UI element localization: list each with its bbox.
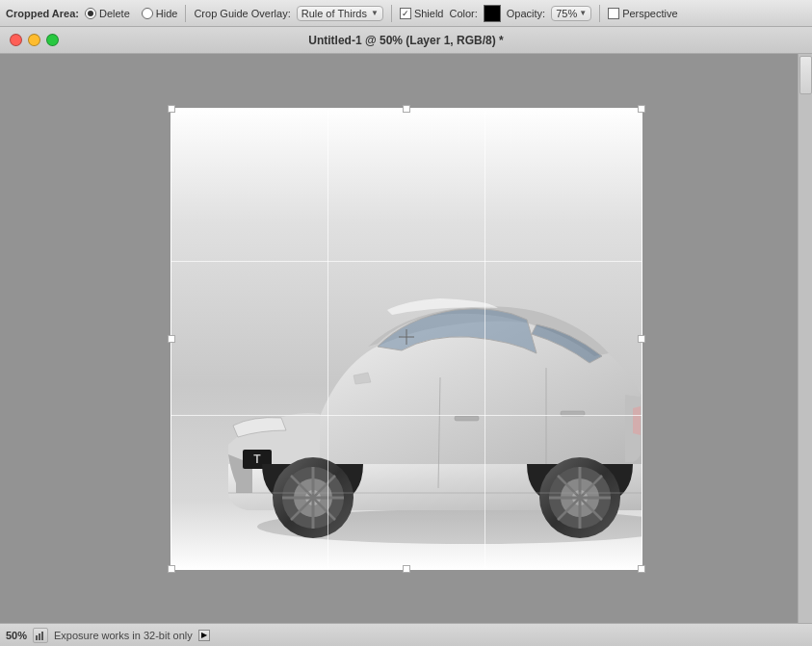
- toolbar: Cropped Area: Delete Hide Crop Guide Ove…: [0, 0, 812, 27]
- right-scrollbar[interactable]: [798, 54, 812, 623]
- statusbar: 50% Exposure works in 32-bit only ▶: [0, 623, 812, 646]
- opacity-value: 75%: [556, 8, 577, 19]
- hide-radio-circle: [142, 8, 153, 19]
- svg-rect-29: [41, 632, 43, 640]
- close-button[interactable]: [10, 34, 22, 46]
- window-title: Untitled-1 @ 50% (Layer 1, RGB/8) *: [308, 34, 503, 47]
- histogram-icon[interactable]: [33, 628, 48, 643]
- opacity-dropdown[interactable]: 75% ▼: [551, 6, 591, 21]
- scroll-thumb[interactable]: [799, 56, 812, 94]
- cropped-area-label: Cropped Area:: [6, 8, 79, 19]
- perspective-checkbox-box: [608, 8, 619, 19]
- color-label: Color:: [449, 8, 477, 19]
- minimize-button[interactable]: [28, 34, 40, 46]
- crop-guide-arrow-icon: ▼: [371, 9, 379, 17]
- separator-3: [599, 5, 600, 22]
- svg-rect-28: [39, 633, 40, 640]
- status-message: Exposure works in 32-bit only: [54, 630, 193, 641]
- separator-1: [185, 5, 186, 22]
- delete-radio[interactable]: Delete: [85, 8, 130, 19]
- status-arrow-button[interactable]: ▶: [198, 630, 210, 641]
- svg-rect-7: [561, 411, 585, 416]
- hide-radio[interactable]: Hide: [142, 8, 178, 19]
- opacity-arrow-icon: ▼: [579, 9, 587, 17]
- opacity-label: Opacity:: [507, 8, 545, 19]
- shield-checkbox[interactable]: ✓ Shield: [400, 8, 444, 19]
- svg-text:T: T: [253, 452, 261, 466]
- delete-radio-circle: [85, 8, 96, 19]
- canvas-area[interactable]: T: [0, 54, 812, 623]
- radio-group: Delete Hide: [85, 8, 177, 19]
- color-swatch[interactable]: [484, 5, 501, 22]
- window-buttons: [10, 34, 59, 46]
- maximize-button[interactable]: [46, 34, 59, 46]
- titlebar: Untitled-1 @ 50% (Layer 1, RGB/8) *: [0, 27, 812, 54]
- crop-guide-value: Rule of Thirds: [301, 8, 367, 19]
- crop-guide-label: Crop Guide Overlay:: [194, 8, 290, 19]
- image-area: T: [170, 108, 642, 570]
- perspective-checkbox[interactable]: Perspective: [608, 8, 677, 19]
- svg-rect-27: [36, 635, 38, 640]
- shield-label: Shield: [414, 8, 444, 19]
- hide-label: Hide: [156, 8, 178, 19]
- shield-checkbox-box: ✓: [400, 8, 411, 19]
- delete-label: Delete: [99, 8, 130, 19]
- svg-rect-6: [455, 416, 479, 421]
- crop-guide-dropdown[interactable]: Rule of Thirds ▼: [297, 6, 383, 21]
- zoom-level: 50%: [6, 630, 27, 641]
- separator-2: [391, 5, 392, 22]
- car-image: T: [170, 108, 642, 570]
- perspective-label: Perspective: [622, 8, 677, 19]
